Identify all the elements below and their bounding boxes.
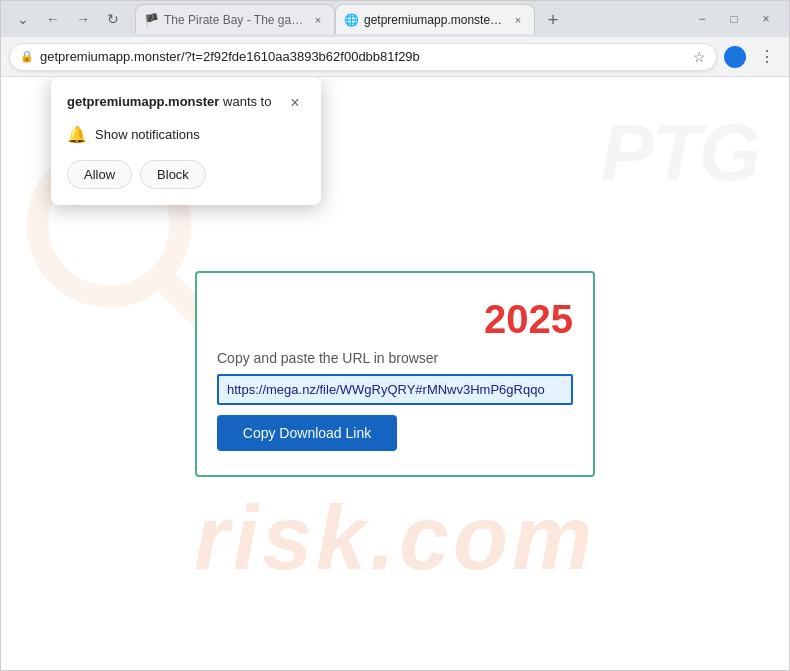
popup-title: getpremiumapp.monster wants to <box>67 93 271 111</box>
window-controls-left: ⌄ ← → ↻ <box>9 5 127 33</box>
year-display: 2025 <box>217 297 573 342</box>
omnibox[interactable]: 🔒 getpremiumapp.monster/?t=2f92fde1610aa… <box>9 43 717 71</box>
block-button[interactable]: Block <box>140 160 206 189</box>
address-bar: 🔒 getpremiumapp.monster/?t=2f92fde1610aa… <box>1 37 789 77</box>
bell-icon: 🔔 <box>67 125 87 144</box>
forward-button[interactable]: → <box>69 5 97 33</box>
allow-button[interactable]: Allow <box>67 160 132 189</box>
title-bar: ⌄ ← → ↻ 🏴 The Pirate Bay - The galaxy's … <box>1 1 789 37</box>
browser-frame: ⌄ ← → ↻ 🏴 The Pirate Bay - The galaxy's … <box>0 0 790 671</box>
popup-header: getpremiumapp.monster wants to × <box>67 93 305 113</box>
year-prefix: 2 <box>484 297 506 341</box>
tab-getpremiumapp[interactable]: 🌐 getpremiumapp.monster/?t=2f... × <box>335 4 535 34</box>
tab-piratebay[interactable]: 🏴 The Pirate Bay - The galaxy's m... × <box>135 4 335 34</box>
download-box: 2025 Copy and paste the URL in browser h… <box>195 271 595 477</box>
tabs-area: 🏴 The Pirate Bay - The galaxy's m... × 🌐… <box>135 4 679 34</box>
close-button[interactable]: × <box>751 5 781 33</box>
window-controls-right: − □ × <box>687 5 781 33</box>
new-tab-button[interactable]: + <box>539 6 567 34</box>
tab-favicon-getpremiumapp: 🌐 <box>344 13 358 27</box>
back-button[interactable]: ← <box>39 5 67 33</box>
popup-wants-to: wants to <box>219 94 271 109</box>
maximize-button[interactable]: □ <box>719 5 749 33</box>
notification-popup: getpremiumapp.monster wants to × 🔔 Show … <box>51 77 321 205</box>
tab-title-piratebay: The Pirate Bay - The galaxy's m... <box>164 13 304 27</box>
year-suffix: 025 <box>506 297 573 341</box>
popup-site-name: getpremiumapp.monster <box>67 94 219 109</box>
minimize-button[interactable]: − <box>687 5 717 33</box>
bookmark-icon[interactable]: ☆ <box>693 49 706 65</box>
popup-notification-row: 🔔 Show notifications <box>67 125 305 144</box>
popup-close-button[interactable]: × <box>285 93 305 113</box>
tab-close-piratebay[interactable]: × <box>310 12 326 28</box>
copy-download-link-button[interactable]: Copy Download Link <box>217 415 397 451</box>
url-display: getpremiumapp.monster/?t=2f92fde1610aa38… <box>40 49 687 64</box>
profile-button[interactable]: 👤 <box>721 43 749 71</box>
tabs-menu-button[interactable]: ⌄ <box>9 5 37 33</box>
tab-title-getpremiumapp: getpremiumapp.monster/?t=2f... <box>364 13 504 27</box>
refresh-button[interactable]: ↻ <box>99 5 127 33</box>
url-display-field[interactable]: https://mega.nz/file/WWgRyQRY#rMNwv3HmP6… <box>217 374 573 405</box>
tab-favicon-piratebay: 🏴 <box>144 13 158 27</box>
content-area: PTG risk.com 2025 Copy and paste the URL… <box>1 77 789 670</box>
copy-paste-label: Copy and paste the URL in browser <box>217 350 573 366</box>
notification-text: Show notifications <box>95 127 200 142</box>
menu-button[interactable]: ⋮ <box>753 43 781 71</box>
profile-avatar: 👤 <box>724 46 746 68</box>
lock-icon: 🔒 <box>20 50 34 63</box>
tab-close-getpremiumapp[interactable]: × <box>510 12 526 28</box>
popup-actions: Allow Block <box>67 160 305 189</box>
